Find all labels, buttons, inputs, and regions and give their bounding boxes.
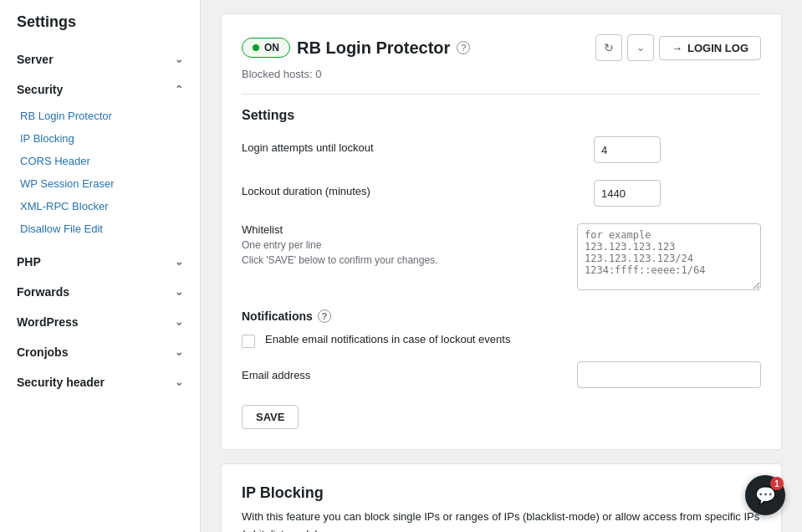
security-sub-items: RB Login Protector IP Blocking CORS Head…	[0, 105, 200, 247]
lockout-duration-input[interactable]	[594, 180, 661, 207]
sidebar-item-rb-login-protector[interactable]: RB Login Protector	[0, 105, 200, 127]
whitelist-hint1: One entry per line	[242, 239, 577, 251]
email-address-input[interactable]	[577, 361, 761, 388]
email-address-label: Email address	[242, 369, 577, 381]
sidebar-item-ip-blocking[interactable]: IP Blocking	[0, 127, 200, 150]
refresh-button[interactable]: ↻	[595, 34, 622, 61]
sidebar-item-security-header[interactable]: Security header ⌄	[0, 367, 200, 397]
top-bar-right: ↻ ⌄ → LOGIN LOG	[595, 34, 761, 61]
lockout-duration-row: Lockout duration (minutes)	[242, 180, 761, 207]
sidebar-item-cors-header[interactable]: CORS Header	[0, 150, 200, 172]
enable-email-checkbox[interactable]	[242, 335, 255, 348]
sidebar-item-disallow-file-edit[interactable]: Disallow File Edit	[0, 217, 200, 240]
status-dot-icon	[253, 44, 259, 51]
blocked-hosts: Blocked hosts: 0	[242, 68, 761, 80]
chevron-down-icon: ⌄	[175, 376, 183, 388]
chevron-up-icon: ⌃	[175, 84, 183, 95]
chevron-down-icon: ⌄	[175, 286, 183, 298]
chevron-down-icon: ⌄	[175, 346, 183, 358]
sidebar-section-security: Security ⌃ RB Login Protector IP Blockin…	[0, 74, 200, 247]
login-attempts-label: Login attempts until lockout	[242, 136, 594, 154]
chevron-down-icon: ⌄	[175, 316, 183, 328]
email-address-row: Email address	[242, 361, 761, 388]
main-content: ON RB Login Protector ? ↻ ⌄ → LOGIN LOG …	[201, 0, 802, 532]
ip-blocking-description: With this feature you can block single I…	[242, 509, 761, 532]
ip-blocking-card: IP Blocking With this feature you can bl…	[221, 463, 782, 532]
sidebar: Settings Server ⌄ Security ⌃ RB Login Pr…	[0, 0, 201, 532]
sidebar-item-server[interactable]: Server ⌄	[0, 44, 200, 74]
dropdown-button[interactable]: ⌄	[627, 34, 654, 61]
whitelist-label-text: Whitelist	[242, 223, 577, 236]
notifications-help-icon[interactable]: ?	[318, 309, 331, 323]
chevron-down-icon: ⌄	[175, 256, 183, 268]
lockout-duration-label: Lockout duration (minutes)	[242, 180, 594, 197]
login-attempts-row: Login attempts until lockout	[242, 136, 761, 163]
sidebar-item-xml-rpc-blocker[interactable]: XML-RPC Blocker	[0, 195, 200, 217]
sidebar-section-server: Server ⌄	[0, 44, 200, 74]
settings-section-title: Settings	[242, 108, 761, 123]
ip-blocking-title: IP Blocking	[242, 484, 761, 502]
login-attempts-input[interactable]	[594, 136, 661, 163]
chat-button[interactable]: 💬 1	[745, 475, 785, 515]
whitelist-textarea[interactable]	[577, 223, 761, 290]
enable-email-label: Enable email notifications in case of lo…	[265, 333, 510, 345]
sidebar-section-wordpress: WordPress ⌄	[0, 307, 200, 337]
status-badge: ON	[242, 38, 290, 58]
arrow-right-icon: →	[672, 42, 682, 54]
sidebar-section-forwards: Forwards ⌄	[0, 277, 200, 307]
sidebar-section-security-header: Security header ⌄	[0, 367, 200, 397]
login-log-button[interactable]: → LOGIN LOG	[659, 36, 761, 60]
sidebar-item-wordpress[interactable]: WordPress ⌄	[0, 307, 200, 337]
help-icon[interactable]: ?	[457, 41, 470, 54]
sidebar-item-security[interactable]: Security ⌃	[0, 74, 200, 105]
chat-badge: 1	[770, 477, 784, 490]
sidebar-item-php[interactable]: PHP ⌄	[0, 247, 200, 277]
whitelist-hint2: Click 'SAVE' below to confirm your chang…	[242, 254, 577, 266]
card-title: RB Login Protector	[297, 38, 450, 58]
sidebar-item-cronjobs[interactable]: Cronjobs ⌄	[0, 337, 200, 367]
sidebar-section-cronjobs: Cronjobs ⌄	[0, 337, 200, 367]
notifications-header: Notifications ?	[242, 309, 761, 323]
enable-email-row: Enable email notifications in case of lo…	[242, 333, 761, 348]
sidebar-item-forwards[interactable]: Forwards ⌄	[0, 277, 200, 307]
whitelist-row: Whitelist One entry per line Click 'SAVE…	[242, 223, 761, 293]
sidebar-title: Settings	[0, 13, 200, 44]
chevron-down-icon: ⌄	[175, 54, 183, 65]
rb-login-protector-card: ON RB Login Protector ? ↻ ⌄ → LOGIN LOG …	[221, 13, 782, 450]
sidebar-item-wp-session-eraser[interactable]: WP Session Eraser	[0, 172, 200, 195]
sidebar-section-php: PHP ⌄	[0, 247, 200, 277]
save-button[interactable]: SAVE	[242, 405, 299, 429]
